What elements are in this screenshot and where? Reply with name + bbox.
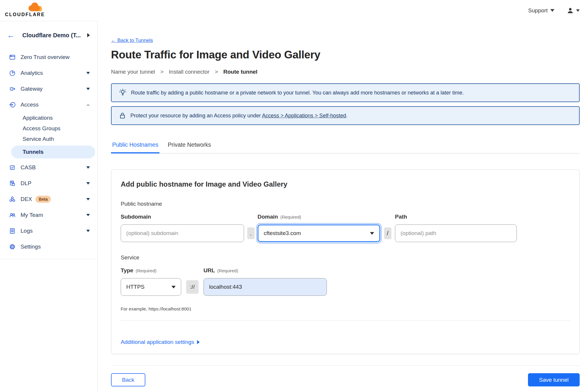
support-menu[interactable]: Support (528, 7, 554, 14)
sidebar-item-service-auth[interactable]: Service Auth (0, 134, 97, 144)
chevron-down-icon (576, 9, 580, 12)
step-separator: > (160, 69, 164, 75)
url-required-label: (Required) (217, 268, 238, 273)
domain-select[interactable]: cftestsite3.com (258, 224, 380, 242)
lightbulb-icon (119, 89, 127, 97)
casb-icon (9, 164, 16, 171)
sidebar-item-my-team[interactable]: My Team (0, 207, 97, 223)
service-field-row: Type(Required) HTTPS :// URL(Required) (121, 267, 570, 296)
sidebar-item-settings[interactable]: Settings (0, 239, 97, 255)
public-hostname-label: Public hostname (121, 201, 570, 207)
page-title: Route Traffic for Image and Video Galler… (111, 49, 580, 61)
access-applications-self-hosted-link[interactable]: Access > Applications > Self-hosted (262, 113, 346, 119)
additional-settings-label: Additional application settings (121, 339, 194, 345)
info-banner-access-policy: Protect your resource by adding an Acces… (111, 106, 580, 125)
domain-label: Domain (258, 214, 278, 220)
account-name: Cloudflare Demo (T... (22, 32, 81, 39)
beta-badge: Beta (36, 196, 51, 203)
support-label: Support (528, 7, 548, 14)
step-install-connector: Install connector (169, 69, 209, 75)
sidebar-item-dex[interactable]: DEX Beta (0, 191, 97, 207)
tab-bar: Public Hostnames Private Networks (111, 141, 580, 153)
chevron-down-icon (86, 88, 90, 90)
pie-chart-icon (9, 70, 16, 77)
cloudflare-cloud-icon (26, 2, 45, 12)
dex-network-icon (9, 196, 16, 203)
chevron-down-icon (370, 232, 374, 235)
back-arrow-icon[interactable]: ← (7, 31, 15, 39)
service-url-input[interactable] (203, 278, 327, 296)
user-menu[interactable] (567, 7, 580, 14)
user-icon (567, 7, 574, 14)
type-required-label: (Required) (136, 268, 157, 273)
path-label: Path (395, 214, 517, 220)
chevron-up-icon (86, 104, 90, 106)
domain-required-label: (Required) (280, 214, 301, 219)
sidebar-item-dlp[interactable]: DLP (0, 175, 97, 191)
chevron-down-icon (86, 214, 90, 216)
gateway-icon (9, 85, 16, 92)
back-to-tunnels-link[interactable]: ← Back to Tunnels (111, 38, 153, 43)
sidebar-item-logs[interactable]: Logs (0, 223, 97, 239)
gear-icon (9, 243, 16, 250)
service-type-value: HTTPS (126, 284, 144, 290)
sidebar: ← Cloudflare Demo (T... Zero Trust overv… (0, 21, 98, 392)
banner-text: Route traffic by adding a public hostnam… (131, 90, 464, 96)
step-separator: > (215, 69, 218, 75)
footer-divider (111, 365, 580, 366)
access-icon (9, 101, 16, 108)
sidebar-divider (0, 259, 97, 259)
card-divider (121, 320, 570, 321)
sidebar-item-gateway[interactable]: Gateway (0, 81, 97, 97)
sidebar-item-access-groups[interactable]: Access Groups (0, 123, 97, 134)
banner-text-suffix: . (346, 113, 347, 119)
url-label: URL (203, 267, 215, 273)
domain-selected-value: cftestsite3.com (264, 230, 301, 236)
add-public-hostname-card: Add public hostname for Image and Video … (111, 169, 580, 354)
sidebar-item-applications[interactable]: Applications (0, 113, 97, 123)
chevron-down-icon (86, 72, 90, 74)
subdomain-label: Subdomain (121, 214, 244, 220)
step-route-tunnel: Route tunnel (223, 69, 258, 75)
sidebar-item-zero-trust-overview[interactable]: Zero Trust overview (0, 49, 97, 65)
sidebar-item-analytics[interactable]: Analytics (0, 65, 97, 81)
tab-public-hostnames[interactable]: Public Hostnames (111, 141, 159, 153)
hostname-field-row: Subdomain . Domain(Required) cftestsite3… (121, 214, 570, 242)
sidebar-item-tunnels-active[interactable]: Tunnels (11, 146, 95, 158)
card-title: Add public hostname for Image and Video … (121, 180, 570, 188)
dlp-lock-icon (9, 180, 16, 187)
scheme-separator: :// (186, 280, 199, 294)
service-type-select[interactable]: HTTPS (121, 278, 181, 296)
type-label: Type (121, 267, 133, 273)
tab-private-networks[interactable]: Private Networks (166, 141, 212, 153)
main-content: ← Back to Tunnels Route Traffic for Imag… (98, 21, 587, 392)
chevron-right-icon (197, 340, 200, 344)
breadcrumb: Name your tunnel > Install connector > R… (111, 69, 580, 75)
account-header: ← Cloudflare Demo (T... (0, 21, 97, 49)
save-tunnel-button[interactable]: Save tunnel (528, 373, 580, 386)
cloudflare-logo: CLOUDFLARE (5, 2, 46, 17)
info-banner-route-traffic: Route traffic by adding a public hostnam… (111, 83, 580, 102)
slash-separator: / (384, 227, 391, 239)
lock-icon (119, 112, 126, 119)
team-icon (9, 212, 16, 219)
dot-separator: . (247, 227, 255, 239)
browser-window-icon (9, 54, 16, 61)
chevron-right-icon[interactable] (87, 33, 90, 37)
logs-icon (9, 227, 16, 234)
additional-application-settings-toggle[interactable]: Additional application settings (121, 339, 570, 345)
sidebar-item-access[interactable]: Access (0, 97, 97, 113)
subdomain-input[interactable] (121, 224, 244, 242)
chevron-down-icon (86, 230, 90, 232)
chevron-down-icon (171, 286, 176, 288)
top-bar: CLOUDFLARE Support (0, 0, 587, 21)
back-button[interactable]: Back (111, 373, 145, 386)
footer-actions: Back Save tunnel (111, 373, 580, 386)
sidebar-item-casb[interactable]: CASB (0, 160, 97, 175)
cloudflare-wordmark: CLOUDFLARE (5, 12, 46, 17)
service-label: Service (121, 254, 570, 261)
path-input[interactable] (395, 224, 517, 242)
step-name-your-tunnel: Name your tunnel (111, 69, 155, 75)
chevron-down-icon (86, 198, 90, 200)
url-example-text: For example, https://localhost:8001 (121, 306, 570, 312)
